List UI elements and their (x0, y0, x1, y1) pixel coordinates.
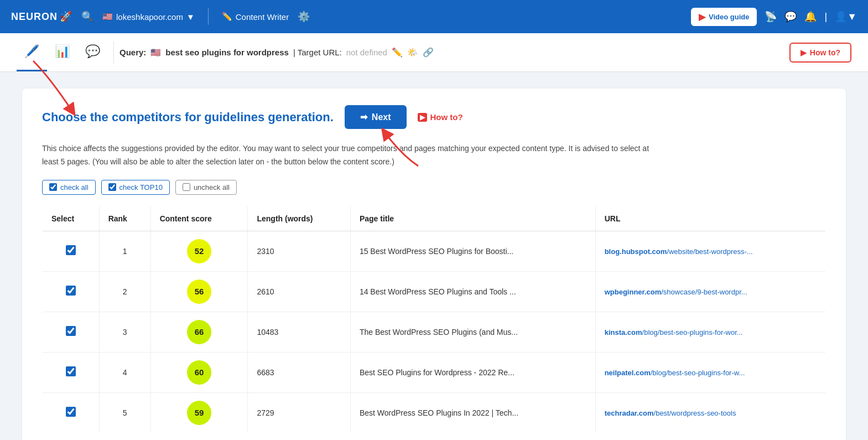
url-link-2[interactable]: kinsta.com/blog/best-seo-plugins-for-wor… (605, 328, 743, 337)
next-button[interactable]: ➡ Next (345, 105, 407, 129)
next-label: Next (372, 112, 391, 122)
col-content-score: Content score (150, 206, 248, 231)
site-selector[interactable]: 🇺🇸 lokeshkapoor.com ▼ (102, 12, 195, 22)
url-domain-2: kinsta.com (605, 328, 642, 337)
cell-length-0: 2310 (248, 231, 350, 271)
competitors-section: Choose the competitors for guidelines ge… (22, 89, 846, 440)
pen-icon: ✏️ (222, 12, 232, 22)
cell-score-2: 66 (150, 312, 248, 352)
url-link-3[interactable]: neilpatel.com/blog/best-seo-plugins-for-… (605, 369, 745, 377)
url-link-4[interactable]: techradar.com/best/wordpress-seo-tools (605, 409, 736, 417)
cell-select-4 (43, 392, 100, 433)
score-badge-4: 59 (187, 401, 211, 425)
score-badge-2: 66 (187, 320, 211, 344)
cell-title-2: The Best WordPress SEO Plugins (and Mus.… (350, 312, 595, 352)
youtube-icon-inline: ▶ (418, 113, 427, 122)
cell-score-4: 59 (150, 392, 248, 433)
uncheck-all-checkbox[interactable] (183, 183, 190, 191)
query-text: best seo plugins for wordpress (165, 48, 289, 57)
cell-score-0: 52 (150, 231, 248, 271)
uncheck-all-label: uncheck all (194, 183, 230, 191)
url-domain-4: techradar.com (605, 409, 654, 417)
url-link-0[interactable]: blog.hubspot.com/website/best-wordpress-… (605, 247, 753, 256)
cell-select-1 (43, 271, 100, 312)
check-top10-checkbox[interactable] (108, 183, 116, 191)
row-checkbox-0[interactable] (66, 245, 76, 255)
howto-inline[interactable]: ▶ How to? (418, 112, 463, 122)
content-writer-link[interactable]: ✏️ Content Writer (222, 12, 289, 22)
howto-label-inline: How to? (430, 112, 463, 122)
col-select: Select (43, 206, 100, 231)
table-row: 3 66 10483 The Best WordPress SEO Plugin… (43, 312, 826, 352)
user-avatar[interactable]: 👤▼ (835, 11, 857, 23)
description: This choice affects the suggestions prov… (42, 142, 817, 169)
video-guide-label: Video guide (709, 13, 749, 21)
check-top10-button[interactable]: check TOP10 (101, 180, 170, 195)
cell-title-3: Best SEO Plugins for Wordpress - 2022 Re… (350, 352, 595, 392)
top-navigation: NEURON 🚀 🔍 🇺🇸 lokeshkapoor.com ▼ ✏️ Cont… (0, 0, 868, 33)
content-writer-label: Content Writer (236, 12, 289, 22)
row-checkbox-2[interactable] (66, 326, 76, 336)
sub-navigation: 🖊️ 📊 💬 Query: 🇺🇸 best seo plugins for wo… (0, 33, 868, 72)
logo[interactable]: NEURON 🚀 (11, 11, 72, 23)
chart-icon: 📊 (55, 44, 70, 59)
check-all-button[interactable]: check all (42, 180, 96, 195)
nav-divider (208, 8, 209, 25)
score-badge-3: 60 (187, 360, 211, 385)
check-all-checkbox[interactable] (49, 183, 57, 191)
query-display: Query: 🇺🇸 best seo plugins for wordpress… (119, 47, 789, 58)
howto-button-subnav[interactable]: ▶ How to? (789, 43, 851, 63)
cell-score-1: 56 (150, 271, 248, 312)
target-url-label: | Target URL: (293, 48, 342, 57)
cell-rank-0: 1 (99, 231, 150, 271)
row-checkbox-1[interactable] (66, 286, 76, 296)
cell-title-1: 14 Best WordPress SEO Plugins and Tools … (350, 271, 595, 312)
video-guide-button[interactable]: ▶ Video guide (691, 8, 757, 26)
tab-editor[interactable]: 🖊️ (17, 33, 47, 71)
url-domain-3: neilpatel.com (605, 369, 651, 377)
col-length: Length (words) (248, 206, 350, 231)
uncheck-all-button[interactable]: uncheck all (175, 180, 237, 195)
edit-icon[interactable]: ✏️ (392, 47, 403, 58)
site-name: lokeshkapoor.com (116, 12, 183, 22)
cell-url-4: techradar.com/best/wordpress-seo-tools (595, 392, 825, 433)
bell-icon[interactable]: 🔔 (804, 11, 817, 23)
howto-label-subnav: How to? (810, 48, 840, 57)
url-link-1[interactable]: wpbeginner.com/showcase/9-best-wordpr... (605, 288, 747, 296)
cell-rank-4: 5 (99, 392, 150, 433)
cell-rank-3: 4 (99, 352, 150, 392)
editor-icon: 🖊️ (24, 44, 39, 59)
query-flag: 🇺🇸 (150, 48, 161, 58)
main-card: Choose the competitors for guidelines ge… (22, 89, 846, 440)
cell-length-1: 2610 (248, 271, 350, 312)
bubble-icon: 💬 (85, 44, 100, 59)
broadcast-icon[interactable]: 📡 (765, 11, 777, 23)
row-checkbox-3[interactable] (66, 366, 76, 376)
cell-length-2: 10483 (248, 312, 350, 352)
next-arrow-icon: ➡ (360, 112, 367, 122)
cell-url-3: neilpatel.com/blog/best-seo-plugins-for-… (595, 352, 825, 392)
check-top10-label: check TOP10 (119, 183, 163, 191)
cell-select-2 (43, 312, 100, 352)
share-icon[interactable]: 🔗 (423, 47, 434, 58)
cell-title-4: Best WordPress SEO Plugins In 2022 | Tec… (350, 392, 595, 433)
cell-url-0: blog.hubspot.com/website/best-wordpress-… (595, 231, 825, 271)
table-row: 4 60 6683 Best SEO Plugins for Wordpress… (43, 352, 826, 392)
description-line1: This choice affects the suggestions prov… (42, 144, 649, 153)
section-header: Choose the competitors for guidelines ge… (42, 105, 826, 129)
col-page-title: Page title (350, 206, 595, 231)
query-label: Query: (119, 48, 146, 57)
chat-icon[interactable]: 💬 (784, 11, 797, 23)
row-checkbox-4[interactable] (66, 407, 76, 417)
divider-icon: | (824, 11, 827, 23)
search-icon[interactable]: 🔍 (81, 11, 93, 23)
table-row: 2 56 2610 14 Best WordPress SEO Plugins … (43, 271, 826, 312)
sun-icon[interactable]: 🌤️ (407, 47, 418, 58)
tab-bubble[interactable]: 💬 (77, 33, 108, 71)
check-controls: check all check TOP10 uncheck all (42, 180, 826, 195)
main-content: Choose the competitors for guidelines ge… (0, 72, 868, 440)
subnav-right: ▶ How to? (789, 43, 851, 63)
gear-icon[interactable]: ⚙️ (298, 11, 310, 23)
cell-url-2: kinsta.com/blog/best-seo-plugins-for-wor… (595, 312, 825, 352)
tab-chart[interactable]: 📊 (47, 33, 77, 71)
